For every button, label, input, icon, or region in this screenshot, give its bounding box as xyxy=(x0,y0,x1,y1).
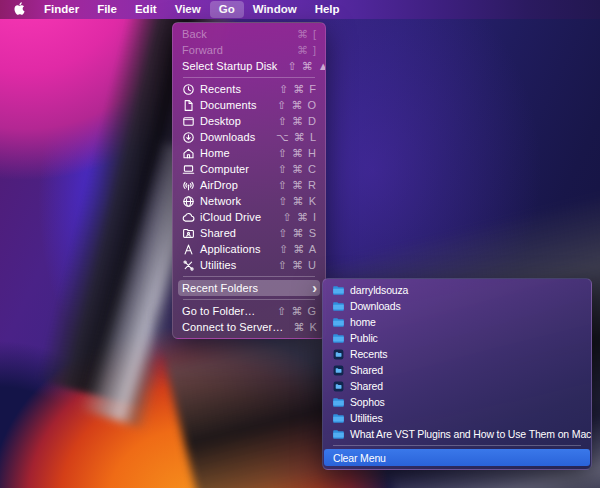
airdrop-icon xyxy=(182,179,195,192)
desktop-icon xyxy=(182,115,195,128)
menubar-item-file[interactable]: File xyxy=(88,1,126,18)
go-menu-item-airdrop[interactable]: AirDrop ⇧ ⌘ R xyxy=(173,177,325,193)
go-menu-item-downloads[interactable]: Downloads ⌥ ⌘ L xyxy=(173,129,325,145)
folder-icon xyxy=(332,428,345,441)
recent-folders-item-sophos[interactable]: Sophos xyxy=(323,394,591,410)
go-menu-item-back[interactable]: Back ⌘ [ xyxy=(173,26,325,42)
menu-item-label: Back xyxy=(182,28,207,40)
menu-item-label: Forward xyxy=(182,44,223,56)
menubar-item-finder[interactable]: Finder xyxy=(35,1,88,18)
menu-item-shortcut: ⇧ ⌘ D xyxy=(268,115,317,128)
folder-icon xyxy=(332,396,345,409)
go-menu-item-home[interactable]: Home ⇧ ⌘ H xyxy=(173,145,325,161)
recent-folders-item-public[interactable]: Public xyxy=(323,330,591,346)
menu-item-label: Applications xyxy=(200,243,261,255)
menu-item-label: Sophos xyxy=(350,396,385,408)
menu-item-shortcut: ⇧ ⌘ K xyxy=(268,195,317,208)
menu-item-label: iCloud Drive xyxy=(200,211,261,223)
recent-folders-item-darryldsouza[interactable]: darryldsouza xyxy=(323,282,591,298)
menubar-item-view[interactable]: View xyxy=(166,1,210,18)
go-menu-item-recent-folders[interactable]: Recent Folders › xyxy=(178,280,320,296)
menu-separator xyxy=(183,299,315,300)
smart-folder-icon xyxy=(332,380,345,393)
menu-item-label: Home xyxy=(200,147,230,159)
go-menu-item-connect-to-server[interactable]: Connect to Server… ⌘ K xyxy=(173,319,325,335)
go-menu-item-applications[interactable]: Applications ⇧ ⌘ A xyxy=(173,241,325,257)
menubar-item-go[interactable]: Go xyxy=(210,1,244,18)
utilities-icon xyxy=(182,259,195,272)
recent-folders-item-recents[interactable]: Recents xyxy=(323,346,591,362)
recent-folders-item-what-are-vst-plugins-and-how-to-use-them-on-mac[interactable]: What Are VST Plugins and How to Use Them… xyxy=(323,426,591,442)
shared-folder-icon xyxy=(182,227,195,240)
menu-item-label: AirDrop xyxy=(200,179,238,191)
menubar-item-label: Window xyxy=(253,3,297,15)
menu-item-shortcut: ⇧ ⌘ ▲ xyxy=(277,60,326,73)
menu-item-label: darryldsouza xyxy=(350,284,408,296)
recent-folders-item-utilities[interactable]: Utilities xyxy=(323,410,591,426)
menu-item-label: Clear Menu xyxy=(333,452,386,464)
menu-bar: Finder File Edit View Go Window Help xyxy=(0,0,600,19)
menu-item-label: Downloads xyxy=(350,300,401,312)
menu-item-shortcut: ⇧ ⌘ I xyxy=(273,211,317,224)
go-menu-item-desktop[interactable]: Desktop ⇧ ⌘ D xyxy=(173,113,325,129)
menu-item-label: Desktop xyxy=(200,115,241,127)
go-menu-item-computer[interactable]: Computer ⇧ ⌘ C xyxy=(173,161,325,177)
menu-item-shortcut: ⌥ ⌘ L xyxy=(266,131,317,144)
menu-item-shortcut: ⇧ ⌘ S xyxy=(268,227,317,240)
menu-item-label: What Are VST Plugins and How to Use Them… xyxy=(350,428,591,440)
menu-item-label: Select Startup Disk xyxy=(182,60,277,72)
menubar-item-help[interactable]: Help xyxy=(306,1,349,18)
go-menu-item-utilities[interactable]: Utilities ⇧ ⌘ U xyxy=(173,257,325,273)
go-menu: Back ⌘ [ Forward ⌘ ] Select Startup Disk… xyxy=(172,22,326,339)
menu-item-label: Utilities xyxy=(200,259,236,271)
menu-separator xyxy=(333,445,581,446)
menubar-item-label: Help xyxy=(315,3,340,15)
smart-folder-icon xyxy=(332,364,345,377)
go-menu-item-forward[interactable]: Forward ⌘ ] xyxy=(173,42,325,58)
menu-item-label: Computer xyxy=(200,163,249,175)
go-menu-item-shared[interactable]: Shared ⇧ ⌘ S xyxy=(173,225,325,241)
folder-icon xyxy=(332,284,345,297)
menu-item-label: Shared xyxy=(200,227,236,239)
menu-item-label: Recents xyxy=(350,348,387,360)
recent-folders-submenu: darryldsouza Downloads home Public Recen… xyxy=(322,278,592,470)
download-icon xyxy=(182,131,195,144)
menu-item-shortcut: ⇧ ⌘ O xyxy=(267,99,317,112)
chevron-right-icon: › xyxy=(312,281,317,295)
menu-item-label: Go to Folder… xyxy=(182,305,255,317)
go-menu-item-documents[interactable]: Documents ⇧ ⌘ O xyxy=(173,97,325,113)
go-menu-item-icloud-drive[interactable]: iCloud Drive ⇧ ⌘ I xyxy=(173,209,325,225)
computer-icon xyxy=(182,163,195,176)
folder-icon xyxy=(332,412,345,425)
folder-icon xyxy=(332,332,345,345)
menubar-item-edit[interactable]: Edit xyxy=(126,1,166,18)
apple-menu[interactable] xyxy=(4,2,35,17)
menu-item-label: home xyxy=(350,316,376,328)
menu-item-label: Recent Folders xyxy=(182,282,258,294)
menu-item-label: Shared xyxy=(350,380,383,392)
go-menu-item-go-to-folder[interactable]: Go to Folder… ⇧ ⌘ G xyxy=(173,303,325,319)
menubar-items: Finder File Edit View Go Window Help xyxy=(35,1,349,18)
menu-item-label: Shared xyxy=(350,364,383,376)
recent-folders-item-clear-menu[interactable]: Clear Menu xyxy=(324,449,590,466)
clock-icon xyxy=(182,83,195,96)
applications-icon xyxy=(182,243,195,256)
recent-folders-item-shared[interactable]: Shared xyxy=(323,378,591,394)
recent-folders-item-shared[interactable]: Shared xyxy=(323,362,591,378)
menubar-item-label: File xyxy=(97,3,117,15)
go-menu-item-select-startup-disk[interactable]: Select Startup Disk ⇧ ⌘ ▲ xyxy=(173,58,325,74)
go-menu-item-recents[interactable]: Recents ⇧ ⌘ F xyxy=(173,81,325,97)
menubar-item-window[interactable]: Window xyxy=(244,1,306,18)
cloud-icon xyxy=(182,211,195,224)
menu-item-label: Connect to Server… xyxy=(182,321,283,333)
go-menu-item-network[interactable]: Network ⇧ ⌘ K xyxy=(173,193,325,209)
desktop-screen: Finder File Edit View Go Window Help Bac… xyxy=(0,0,600,488)
menubar-item-label: Go xyxy=(219,3,235,15)
recent-folders-item-home[interactable]: home xyxy=(323,314,591,330)
folder-icon xyxy=(332,300,345,313)
menu-item-label: Downloads xyxy=(200,131,255,143)
menu-item-shortcut: ⇧ ⌘ H xyxy=(268,147,317,160)
folder-icon xyxy=(332,316,345,329)
recent-folders-item-downloads[interactable]: Downloads xyxy=(323,298,591,314)
menu-separator xyxy=(183,77,315,78)
